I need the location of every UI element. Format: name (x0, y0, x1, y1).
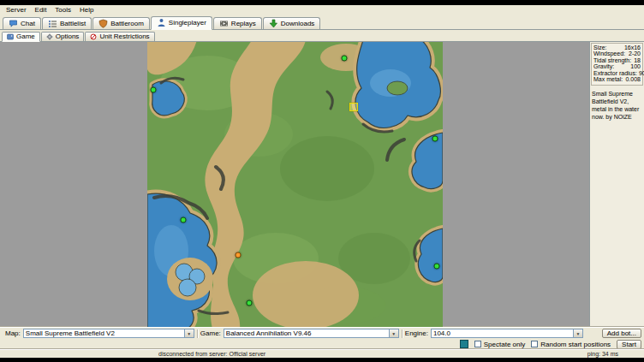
main-content: Size: 16x16 Windspeed: 2-20 Tidal streng… (0, 42, 644, 328)
tab-label: Replays (231, 20, 256, 27)
info-row-tidal: Tidal strength: 18 (593, 57, 641, 64)
menu-server[interactable]: Server (2, 5, 31, 15)
player-color-indicator[interactable] (460, 340, 468, 348)
connection-status: disconnected from server: Official serve… (158, 351, 265, 357)
add-bot-label: Add bot... (607, 329, 636, 337)
options-icon (46, 33, 53, 40)
info-label: Windspeed: (593, 50, 625, 57)
info-row-gravity: Gravity: 100 (593, 63, 641, 70)
info-value: 100 (630, 63, 641, 70)
tab-label: Chat (21, 20, 35, 27)
ping-status: ping: 34 ms (587, 351, 618, 357)
info-value: 18 (634, 57, 641, 64)
info-label: Tidal strength: (593, 57, 631, 64)
info-value: 0.008 (625, 76, 641, 83)
info-row-extractor: Extractor radius: 90 (593, 70, 641, 77)
info-row-size: Size: 16x16 (593, 45, 641, 51)
game-combobox[interactable]: Balanced Annihilation V9.46 ▼ (224, 329, 399, 338)
menu-tools[interactable]: Tools (51, 5, 75, 15)
start-position-marker[interactable] (180, 217, 186, 223)
tab-chat[interactable]: Chat (3, 17, 41, 29)
map-markers (147, 42, 443, 328)
letterbox-bottom (0, 358, 644, 362)
info-label: Gravity: (593, 63, 614, 70)
start-position-marker[interactable] (434, 264, 440, 270)
map-info-box: Size: 16x16 Windspeed: 2-20 Tidal streng… (591, 43, 643, 86)
spectate-only-label: Spectate only (484, 341, 525, 348)
checkbox-box (531, 341, 538, 347)
game-combobox-value: Balanced Annihilation V9.46 (224, 329, 389, 337)
info-value: 90 (639, 70, 644, 77)
tab-replays[interactable]: Replays (213, 17, 262, 29)
sub-tabbar: Game Options Unit Restrictions (0, 30, 644, 42)
start-position-marker[interactable] (151, 86, 157, 92)
start-position-marker[interactable] (432, 135, 438, 141)
battleroom-icon (98, 19, 108, 28)
tab-battleroom[interactable]: Battleroom (92, 17, 150, 29)
subtab-unit-restrictions[interactable]: Unit Restrictions (85, 32, 154, 41)
app-screen: Server Edit Tools Help Chat Battlelist B… (0, 0, 644, 362)
tab-label: Singleplayer (169, 19, 206, 27)
map-combobox-value: Small Supreme Battlefield V2 (24, 329, 184, 337)
battlelist-icon (48, 19, 57, 28)
map-info-panel: Size: 16x16 Windspeed: 2-20 Tidal streng… (589, 42, 644, 328)
game-label: Game: (200, 329, 221, 337)
subtab-label: Game (16, 33, 35, 40)
add-bot-button[interactable]: Add bot... (602, 329, 641, 338)
engine-label: Engine: (405, 329, 428, 337)
info-row-windspeed: Windspeed: 2-20 (593, 50, 641, 57)
start-button[interactable]: Start (617, 340, 641, 349)
chevron-down-icon[interactable]: ▼ (184, 329, 194, 337)
tab-label: Battleroom (110, 20, 144, 27)
tab-label: Downloads (281, 20, 315, 27)
subtab-game[interactable]: Game (2, 32, 40, 42)
start-options-bar: Spectate only Random start positions Sta… (0, 339, 644, 349)
info-value: 2-20 (629, 50, 641, 57)
lobby-window: Server Edit Tools Help Chat Battlelist B… (0, 5, 644, 358)
tab-singleplayer[interactable]: Singleplayer (151, 16, 212, 30)
statusbar: disconnected from server: Official serve… (0, 349, 644, 358)
info-row-maxmetal: Max metal: 0.008 (593, 76, 641, 83)
game-icon (7, 33, 14, 40)
map-label: Map: (5, 329, 21, 337)
subtab-label: Options (56, 33, 80, 40)
info-label: Max metal: (593, 76, 623, 83)
engine-combobox[interactable]: 104.0 ▼ (431, 329, 583, 338)
replays-icon (219, 19, 229, 28)
bottom-toolbar: Map: Small Supreme Battlefield V2 ▼ Game… (0, 327, 644, 339)
info-label: Extractor radius: (593, 70, 637, 77)
random-start-positions-checkbox[interactable]: Random start positions (531, 341, 611, 348)
commander-marker[interactable] (236, 252, 242, 258)
tab-downloads[interactable]: Downloads (263, 17, 321, 29)
tab-battlelist[interactable]: Battlelist (42, 17, 92, 29)
menu-edit[interactable]: Edit (31, 5, 51, 15)
spectate-only-checkbox[interactable]: Spectate only (474, 341, 525, 348)
info-value: 16x16 (624, 45, 641, 51)
start-button-label: Start (622, 341, 636, 348)
singleplayer-icon (157, 18, 166, 27)
engine-combobox-value: 104.0 (432, 329, 573, 337)
toolbar-separator (197, 329, 198, 338)
menu-help[interactable]: Help (75, 5, 98, 15)
map-combobox[interactable]: Small Supreme Battlefield V2 ▼ (23, 329, 194, 338)
chevron-down-icon[interactable]: ▼ (389, 329, 398, 337)
map-preview[interactable] (147, 42, 443, 328)
selected-marker[interactable] (349, 103, 358, 111)
info-label: Size: (593, 45, 607, 51)
toolbar-separator (402, 329, 402, 338)
map-description: Small Supreme Battlefield V2, metal in t… (590, 86, 644, 124)
checkbox-box (474, 341, 481, 347)
menubar: Server Edit Tools Help (0, 5, 644, 15)
downloads-icon (269, 19, 278, 28)
tab-label: Battlelist (60, 20, 86, 27)
map-area (0, 42, 589, 328)
chevron-down-icon[interactable]: ▼ (573, 329, 582, 337)
unit-restrictions-icon (90, 33, 97, 40)
main-tabbar: Chat Battlelist Battleroom Singleplayer … (0, 15, 644, 30)
start-position-marker[interactable] (246, 300, 252, 306)
subtab-options[interactable]: Options (41, 32, 85, 41)
chat-icon (9, 19, 18, 28)
start-position-marker[interactable] (342, 55, 348, 61)
subtab-label: Unit Restrictions (99, 33, 149, 40)
random-start-positions-label: Random start positions (540, 341, 611, 348)
